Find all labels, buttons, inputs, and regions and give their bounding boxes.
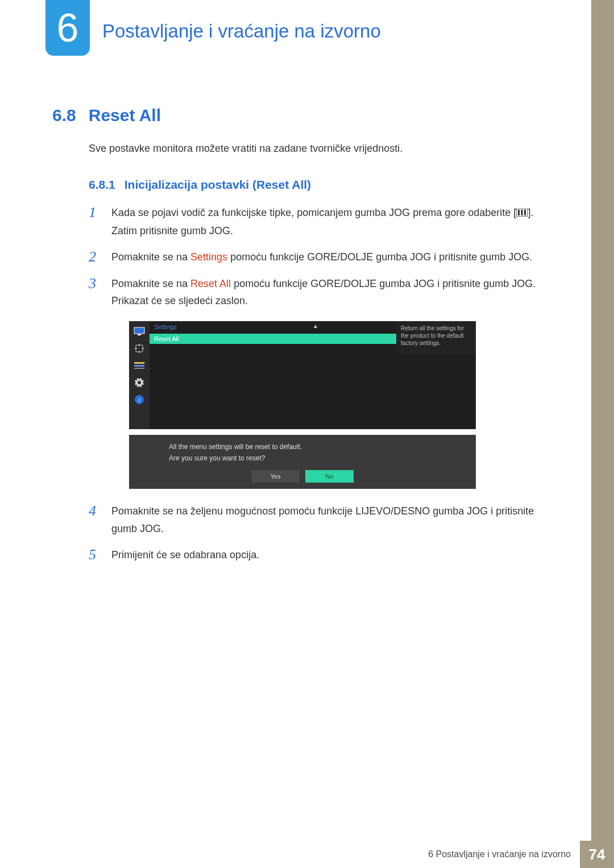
list-icon — [133, 360, 146, 371]
step-text-4: Pomaknite se na željenu mogućnost pomoću… — [111, 502, 553, 537]
osd-help-text: Return all the settings for the product … — [396, 321, 476, 355]
osd-menu-panel: i Settings ▲ Reset All Return all the se… — [129, 321, 476, 429]
gear-icon — [133, 377, 146, 388]
page-number: 74 — [580, 841, 614, 868]
step-1-part-a: Kada se pojavi vodič za funkcijske tipke… — [111, 207, 516, 218]
chapter-title: Postavljanje i vraćanje na izvorno — [102, 20, 381, 42]
svg-point-11 — [138, 381, 141, 384]
osd-menu-title-text: Settings — [154, 323, 177, 330]
svg-text:i: i — [138, 396, 140, 403]
svg-rect-2 — [521, 210, 523, 215]
step-number-5: 5 — [89, 546, 100, 564]
osd-screenshot: i Settings ▲ Reset All Return all the se… — [129, 321, 476, 489]
up-arrow-icon: ▲ — [313, 323, 318, 329]
yes-button: Yes — [251, 470, 300, 483]
page-footer: 6 Postavljanje i vraćanje na izvorno 74 — [0, 841, 614, 868]
osd-confirm-dialog: All the menu settings will be reset to d… — [129, 435, 476, 489]
step-3-keyword: Reset All — [190, 278, 231, 289]
right-margin-stripe — [591, 0, 614, 868]
osd-sidebar: i — [129, 321, 150, 429]
menu-icon — [516, 205, 528, 222]
size-icon — [133, 343, 146, 354]
subsection-title: Inicijalizacija postavki (Reset All) — [125, 178, 311, 192]
step-number-1: 1 — [89, 204, 100, 239]
svg-rect-5 — [138, 334, 141, 335]
step-number-2: 2 — [89, 248, 100, 266]
osd-main-area: Settings ▲ Reset All Return all the sett… — [150, 321, 476, 429]
step-2-part-a: Pomaknite se na — [111, 251, 190, 263]
section-number: 6.8 — [52, 106, 76, 125]
svg-rect-1 — [518, 210, 520, 215]
step-text-1: Kada se pojavi vodič za funkcijske tipke… — [111, 204, 553, 239]
svg-rect-9 — [134, 368, 144, 369]
footer-chapter-text: 6 Postavljanje i vraćanje na izvorno — [428, 841, 580, 868]
step-number-4: 4 — [89, 502, 100, 537]
step-text-3: Pomaknite se na Reset All pomoću funkcij… — [111, 275, 553, 310]
svg-rect-4 — [134, 327, 144, 334]
info-icon: i — [133, 394, 146, 405]
dialog-line-2: Are you sure you want to reset? — [169, 454, 436, 462]
svg-rect-3 — [524, 210, 526, 215]
step-2-part-b: pomoću funkcije GORE/DOLJE gumba JOG i p… — [227, 251, 532, 263]
step-text-5: Primijenit će se odabrana opcija. — [111, 546, 259, 564]
section-title: Reset All — [89, 106, 161, 125]
step-2-keyword: Settings — [190, 251, 227, 263]
chapter-number-tab: 6 — [45, 0, 90, 56]
section-intro-text: Sve postavke monitora možete vratiti na … — [89, 141, 553, 156]
dialog-line-1: All the menu settings will be reset to d… — [169, 443, 436, 451]
step-3-part-a: Pomaknite se na — [111, 278, 190, 289]
monitor-icon — [133, 326, 146, 337]
no-button: No — [305, 470, 354, 483]
svg-rect-7 — [134, 362, 144, 364]
step-text-2: Pomaknite se na Settings pomoću funkcije… — [111, 248, 532, 266]
subsection-number: 6.8.1 — [89, 178, 115, 192]
svg-rect-8 — [134, 365, 144, 367]
step-number-3: 3 — [89, 275, 100, 310]
